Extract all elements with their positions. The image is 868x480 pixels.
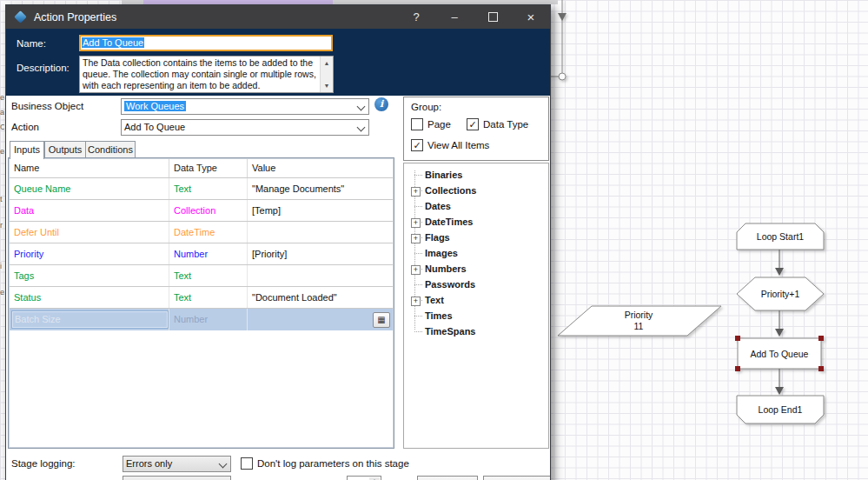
checkbox-icon[interactable]: ✓ — [411, 139, 423, 151]
maximize-icon — [488, 12, 498, 22]
row-name: Status — [10, 287, 169, 309]
tree-item-label: DateTimes — [425, 217, 473, 227]
batch-size-cell[interactable]: Batch Size — [11, 310, 169, 329]
tree-item-label: Images — [425, 248, 458, 258]
canvas-fragment: r — [0, 222, 4, 230]
canvas-fragment: e — [0, 289, 4, 297]
checkbox-icon[interactable] — [411, 118, 423, 130]
row-name: Priority — [10, 243, 169, 265]
close-button[interactable]: × — [512, 5, 550, 29]
table-row[interactable]: Defer Until DateTime — [10, 221, 393, 243]
tree-item-binaries[interactable]: Binaries — [404, 168, 548, 183]
group-title: Group: — [411, 102, 441, 112]
business-object-label: Business Object — [11, 101, 83, 111]
data-item-priority[interactable]: Priority — [573, 309, 704, 320]
tree-item-collections[interactable]: +Collections — [404, 183, 548, 199]
tree-expander-icon[interactable]: + — [411, 218, 421, 228]
row-value[interactable]: [Temp] — [248, 200, 393, 222]
info-icon[interactable]: i — [374, 97, 388, 111]
row-value[interactable]: "Manage Documents" — [248, 178, 393, 200]
checkbox-icon[interactable]: ✓ — [467, 118, 479, 130]
scrollbar-up-icon[interactable]: ▲ — [321, 57, 333, 69]
tree-item-text[interactable]: +Text — [404, 293, 548, 309]
row-value[interactable] — [248, 265, 393, 287]
action-label: Action — [11, 122, 39, 132]
tree-item-datetimes[interactable]: +DateTimes — [404, 215, 548, 230]
stage-logging-combo[interactable]: Errors only — [123, 456, 231, 472]
row-value[interactable]: [Priority] — [248, 243, 393, 265]
checkbox-page[interactable]: Page — [411, 118, 451, 130]
warning-threshold-combo[interactable]: System Default — [123, 476, 231, 480]
column-header-type[interactable]: Data Type — [169, 159, 248, 177]
action-combo[interactable]: Add To Queue — [121, 119, 369, 136]
expression-editor-button[interactable]: ▦ — [373, 312, 390, 328]
table-row[interactable]: Data Collection [Temp] — [10, 199, 393, 222]
tree-expander-icon[interactable]: + — [411, 234, 421, 243]
tree-expander-icon[interactable]: + — [411, 265, 421, 275]
chevron-down-icon — [357, 123, 366, 132]
tree-item-flags[interactable]: +Flags — [404, 230, 548, 246]
checkbox-icon[interactable] — [241, 457, 253, 470]
stage-calculation[interactable]: Priority+1 — [737, 278, 824, 310]
tree-item-dates[interactable]: Dates — [404, 199, 548, 215]
name-input[interactable]: Add To Queue — [79, 35, 333, 51]
table-row[interactable]: Priority Number [Priority] — [10, 243, 393, 265]
tree-item-label: Numbers — [425, 263, 467, 274]
tree-item-timespans[interactable]: TimeSpans — [404, 324, 548, 340]
tree-item-numbers[interactable]: +Numbers — [404, 262, 548, 277]
minutes-spinner[interactable]: 5 ▲▼ — [347, 476, 381, 480]
cancel-button[interactable]: Cancel — [483, 476, 551, 480]
table-header: Name Data Type Value — [10, 159, 393, 177]
tab-outputs[interactable]: Outputs — [44, 141, 86, 158]
tree-expander-icon[interactable]: + — [411, 187, 421, 197]
row-value[interactable] — [248, 222, 393, 243]
tab-inputs[interactable]: Inputs — [10, 141, 44, 159]
tree-item-images[interactable]: Images — [404, 246, 548, 262]
tree-item-passwords[interactable]: Passwords — [404, 277, 548, 293]
data-item-priority-value[interactable]: 11 — [573, 320, 704, 331]
table-row[interactable]: Status Text "Document Loaded" — [10, 286, 393, 309]
name-input-selection: Add To Queue — [82, 37, 144, 48]
stage-loop-end[interactable]: Loop End1 — [737, 397, 824, 423]
table-row[interactable]: Queue Name Text "Manage Documents" — [10, 177, 393, 200]
row-value[interactable] — [248, 309, 393, 330]
stage-loop-start[interactable]: Loop Start1 — [737, 224, 824, 249]
canvas-fragment: i — [0, 263, 4, 270]
row-type: Collection — [169, 200, 248, 222]
ok-button[interactable]: OK — [417, 476, 478, 480]
row-type: Text — [169, 287, 248, 309]
calculator-icon: ▦ — [377, 315, 385, 324]
column-header-value[interactable]: Value — [248, 159, 393, 177]
tree-expander-icon[interactable]: + — [411, 297, 421, 306]
scrollbar-down-icon[interactable]: ▼ — [321, 80, 333, 91]
action-value: Add To Queue — [124, 122, 185, 132]
column-header-name[interactable]: Name — [10, 159, 169, 177]
checkbox-data-type[interactable]: ✓ Data Type — [467, 118, 528, 130]
tree-item-times[interactable]: Times — [404, 309, 548, 324]
canvas-fragment: t — [0, 196, 4, 203]
business-object-combo[interactable]: Work Queues — [121, 98, 369, 115]
title-bar[interactable]: Action Properties ? – × — [6, 5, 550, 29]
row-value[interactable]: "Document Loaded" — [248, 287, 393, 309]
row-type: Text — [169, 265, 248, 287]
table-row[interactable]: Tags Text — [10, 264, 393, 287]
checkbox-dont-log[interactable]: Don't log parameters on this stage — [241, 457, 409, 470]
tree-item-label: Collections — [425, 185, 476, 196]
dialog-header-panel: Name: Add To Queue Description: The Data… — [6, 29, 550, 96]
help-button[interactable]: ? — [397, 5, 435, 29]
description-text: The Data collection contains the items t… — [83, 57, 316, 90]
table-row-selected[interactable]: Batch Size Number ▦ — [10, 308, 393, 330]
tab-conditions[interactable]: Conditions — [85, 141, 136, 158]
minimize-button[interactable]: – — [435, 5, 474, 29]
canvas-fragment: e — [0, 148, 4, 156]
description-scrollbar[interactable]: ▲ ▼ — [320, 57, 333, 92]
maximize-button[interactable] — [474, 5, 512, 29]
row-name: Defer Until — [10, 222, 169, 243]
canvas-fragment: a — [0, 109, 4, 117]
stage-add-to-queue[interactable]: Add To Queue — [738, 339, 821, 369]
tree-item-label: Binaries — [425, 170, 462, 180]
description-textarea[interactable]: The Data collection contains the items t… — [79, 56, 334, 93]
business-object-value: Work Queues — [124, 101, 186, 111]
checkbox-view-all-items[interactable]: ✓ View All Items — [411, 139, 489, 151]
row-type: Text — [169, 178, 248, 200]
